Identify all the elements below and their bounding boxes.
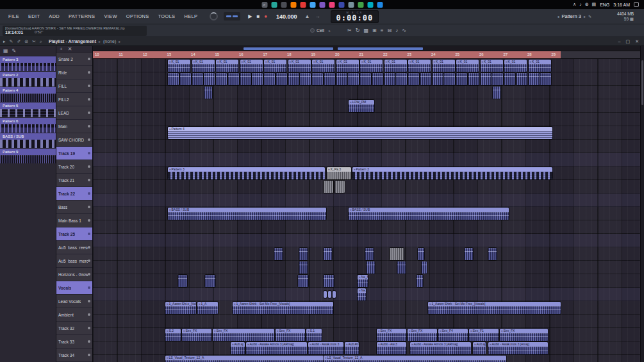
playlist-clip[interactable] (192, 73, 203, 85)
playlist-clip[interactable]: »Aubit - Aw.3 (377, 342, 406, 354)
track-header[interactable]: Snare 2 (56, 53, 92, 66)
menu-tools[interactable]: TOOLS (154, 13, 180, 19)
playlist-clip[interactable]: »1_Aaron Shirk - Set Me Free_[Vocals] (233, 302, 333, 314)
playlist-clip[interactable] (360, 73, 371, 85)
track-header[interactable]: FILL (56, 79, 92, 93)
playlist-clip[interactable] (324, 275, 334, 287)
playlist-clip[interactable] (540, 73, 551, 85)
mute-dot-icon[interactable] (88, 300, 90, 302)
track-header[interactable]: Main (56, 120, 92, 133)
pattern-item[interactable]: Pattern 2 (0, 72, 56, 86)
playlist-clip[interactable]: »K_01 (504, 60, 527, 72)
playlist-clip[interactable]: »Pattern 3 (168, 167, 325, 179)
playlist-clip[interactable] (365, 248, 374, 260)
pattern-item[interactable]: BASS / SUB (0, 133, 56, 148)
playlist-grid[interactable]: 1011121314151617181920212223242526272829… (93, 46, 641, 362)
step-grid-icon[interactable]: ▦ (3, 48, 8, 54)
playlist-clip[interactable]: »Sex_F1 (469, 329, 499, 341)
track-header[interactable]: Ride (56, 66, 92, 79)
add-track-icon[interactable]: + (60, 46, 63, 52)
pattern-item[interactable]: Pattern 9 (0, 149, 56, 163)
playlist-clip[interactable]: »K_01 (312, 60, 334, 72)
playlist-clip[interactable] (348, 73, 359, 85)
playlist-clip[interactable]: »K_01 (384, 60, 407, 72)
scrollbar-handle[interactable] (641, 60, 643, 105)
playlist-clip[interactable] (276, 73, 287, 85)
playlist-clip[interactable]: »Aub.#maj (345, 342, 359, 354)
playlist-clip[interactable] (481, 73, 491, 85)
track-header[interactable]: Track 25 (56, 227, 92, 241)
playlist-clip[interactable]: »Aubit - Awake Atmos 3 [ARmaj] (410, 342, 471, 354)
playlist-clip[interactable]: »Aubit - Awak.mos 3 (308, 342, 343, 354)
slide-icon[interactable]: ≡ (381, 28, 384, 33)
stop-icon[interactable]: ■ (256, 13, 260, 19)
taskbar-app-grey-icon[interactable] (348, 2, 354, 8)
playlist-clip[interactable] (468, 73, 479, 85)
pattern-item[interactable]: Pattern 5 (0, 103, 56, 117)
playlist-clip[interactable]: »LOW_PM (349, 100, 374, 112)
track-header[interactable]: SAW CHORD (56, 133, 92, 147)
mute-dot-icon[interactable] (88, 233, 90, 235)
pattern-selector[interactable]: ◂ Pattern 3 ▸ ✎ (557, 13, 591, 19)
mute-dot-icon[interactable] (88, 340, 90, 343)
mute-dot-icon[interactable] (88, 219, 90, 222)
playlist-clip[interactable] (396, 73, 407, 85)
playlist-clip[interactable]: »K_01 (360, 60, 383, 72)
taskbar-app-teal-icon[interactable] (271, 2, 277, 8)
zoom-icon[interactable]: ⌕ (40, 39, 42, 44)
track-header[interactable]: Track 34 (56, 349, 92, 362)
taskbar-app-cyan-icon[interactable] (367, 2, 373, 8)
playlist-clip[interactable]: »Sex_FX (276, 329, 305, 341)
menu-add[interactable]: ADD (44, 13, 64, 19)
playlist-clip[interactable] (274, 248, 283, 260)
track-header[interactable]: Track 22 (56, 187, 92, 201)
playlist-clip[interactable] (240, 73, 251, 85)
playlist-clip[interactable] (504, 73, 515, 85)
playlist-clip[interactable]: »Pattern 3 (352, 167, 552, 179)
mute-dot-icon[interactable] (88, 246, 90, 249)
track-header[interactable]: Main Bass 1 (56, 214, 92, 227)
playlist-clip[interactable] (408, 73, 419, 85)
menu-help[interactable]: HELP (179, 13, 202, 19)
playlist-clip[interactable] (433, 73, 443, 85)
playlist-clip[interactable] (312, 73, 323, 85)
playlist-title[interactable]: Playlist - Arrangement (49, 39, 96, 44)
playlist-clip[interactable] (444, 73, 455, 85)
play-marker-icon[interactable]: ▸ (3, 39, 6, 44)
language-indicator[interactable]: ENG (600, 3, 609, 7)
mute-dot-icon[interactable] (88, 327, 90, 329)
arrangement-name[interactable]: (none) (103, 39, 116, 44)
playlist-clip[interactable] (529, 73, 540, 85)
cut-icon[interactable]: ✂ (347, 28, 352, 33)
playlist-clip[interactable] (367, 261, 375, 274)
play-icon[interactable]: ▶ (248, 13, 252, 19)
playlist-clip[interactable]: »Sex_FX (408, 329, 437, 341)
playlist-clip[interactable] (205, 275, 215, 287)
playlist-clip[interactable]: »K_01 (168, 60, 190, 72)
step-edit-icon[interactable]: ▦ (363, 28, 368, 33)
taskbar-app-blue-icon[interactable] (310, 2, 315, 8)
playlist-clip[interactable]: »Aubit - Awake Atmos 3 [ARmaj] (246, 342, 307, 354)
playlist-clip[interactable]: »K_01 (408, 60, 431, 72)
pattern-selector-label[interactable]: Pattern 3 (561, 13, 581, 19)
playlist-clip[interactable] (180, 73, 191, 85)
pencil-icon[interactable]: ✎ (10, 39, 13, 44)
timeline-ruler[interactable]: 1011121314151617181920212223242526272829 (93, 51, 640, 59)
mute-dot-icon[interactable] (88, 111, 90, 114)
record-icon[interactable]: ● (264, 13, 267, 19)
playlist-clip[interactable] (384, 73, 395, 85)
taskbar-app-pink-icon[interactable] (329, 2, 334, 8)
track-header[interactable]: Track 19 (56, 147, 92, 160)
chevron-up-icon[interactable]: ∧ (573, 2, 576, 7)
playlist-clip[interactable]: »Aub.aj (473, 342, 486, 354)
mute-dot-icon[interactable] (88, 138, 90, 141)
paint-icon[interactable]: ✐ (17, 39, 21, 44)
note-icon[interactable]: ♪ (395, 28, 398, 33)
track-header[interactable]: Track 21 (56, 174, 92, 187)
menu-options[interactable]: OPTIONS (122, 13, 154, 19)
pattern-item[interactable]: Pattern 6 (0, 118, 56, 133)
tempo-value[interactable]: 140.000 (276, 13, 297, 20)
playlist-clip[interactable]: »Sex_FX (182, 329, 211, 341)
playlist-clip[interactable] (324, 73, 335, 85)
playlist-clip[interactable]: »Sex_FX (500, 329, 548, 341)
